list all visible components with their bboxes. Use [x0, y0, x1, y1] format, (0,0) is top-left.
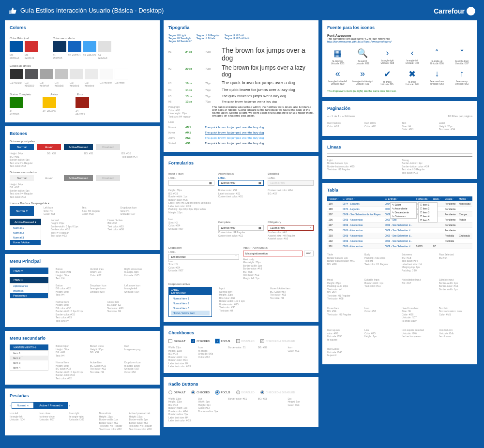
fa-angle-right-icon: › [377, 48, 398, 58]
thumbs-up-icon [9, 7, 17, 15]
radio-disabled: DISABLED [236, 390, 255, 394]
menu-submenu[interactable]: AplicacionesInformesParámetros [10, 283, 48, 299]
radio-card: Radio Buttons DEFAULT CHECKED FOCUS DISA… [164, 377, 318, 427]
fa-angle-left-icon: ‹ [402, 48, 423, 58]
calendar-icon: ▦ [258, 181, 261, 184]
dropdown[interactable]: 1234567890˅ [168, 254, 239, 260]
radio-both: CHECKED & DISABLED [260, 390, 295, 394]
line-strong [327, 156, 472, 157]
table-items[interactable]: ☐ Item 1☐ Item 2☐ Item 3☐ Item 4☐ Item 5 [418, 202, 438, 223]
pagination[interactable]: « ‹ 1 de 1 › » 24 items10 Files por pági… [327, 115, 472, 118]
dropdown-active[interactable]: LABEL1234567890 Normal item 1Normal item… [168, 287, 212, 317]
fa-angle-double-left-icon: « [327, 69, 348, 79]
input-complete[interactable]: 1234567890▦ [218, 225, 264, 231]
tabs-card: Pestañas ‹ Normal ×Active / Pressed × › … [5, 388, 160, 435]
combo-normal[interactable]: Normal ▾ [10, 206, 34, 216]
link-active[interactable]: The quick brown fox jumped over the lazy… [205, 136, 264, 139]
tab-active[interactable]: Active / Pressed × [34, 402, 68, 409]
menu2-items[interactable]: Item 1 ˅Item 2 ˅Item 3 Item 4 [10, 350, 48, 371]
chk-both: ✓CHECKED & DISABLED [260, 339, 295, 343]
forms-card: Formularios Input + iconLABEL▦ Active/fo… [164, 156, 318, 322]
fa-angle-double-right-icon: » [352, 69, 373, 79]
fa-search-icon: 🔍 [352, 48, 373, 59]
line-light [327, 153, 472, 154]
input-icon[interactable]: ▦ [168, 180, 214, 186]
menu2-card: Menu secundario MANTENIMIENTO ⚙ Item 1 ˅… [5, 331, 160, 385]
menu-card: Menu Principal ITEM ▾ ITEM ▾ Aplicacione… [5, 254, 160, 328]
btn-hover[interactable]: Hover [37, 144, 61, 150]
menu2-btn[interactable]: MANTENIMIENTO ⚙ [10, 344, 48, 350]
botones-card: Botones Botones principales Normal Hover… [5, 126, 160, 250]
chk-disabled: DISABLED [236, 339, 255, 343]
fa-link[interactable]: http://fortawesome.github.io/Font-Awesom… [327, 40, 392, 43]
fa-angle-down-icon: ˅ [452, 48, 472, 59]
link-normal[interactable]: The quick brown fox jumped over the lazy… [205, 126, 264, 129]
table-submenu[interactable]: ✎ Editar✎ Ascendente✎ Descendente✎ Colum… [390, 202, 417, 219]
tabla-card: Tabla Petición ˅C. Origen ˅C. Entrega ˅F… [322, 183, 477, 364]
tab-normal[interactable]: Normal × [12, 402, 34, 409]
alert-badge: Alert [304, 251, 314, 256]
fa-times-icon: ✖ [402, 69, 423, 79]
lineas-card: Líneas Light Border-bottom: 1px Border-b… [322, 140, 477, 179]
brand-logo: Carrefour [434, 7, 475, 15]
calendar-icon: ▦ [209, 181, 212, 184]
pag-card: Paginación « ‹ 1 de 1 › » 24 items10 Fil… [322, 101, 477, 136]
combo-active[interactable]: Active/Pressed ▾ [10, 219, 41, 225]
iconos-card: Fuente para los iconos Font Awesome The … [322, 20, 477, 97]
menu-item-active[interactable]: ITEM ▾ [10, 277, 48, 283]
carrefour-icon [467, 7, 475, 15]
btn-normal[interactable]: Normal [10, 144, 34, 150]
colores-card: Colores Color Principal M1: #0054a6M2: #… [5, 20, 160, 122]
menu-item[interactable]: ITEM ▾ [10, 268, 48, 274]
combo-dropdown[interactable]: Normal 1Normal 2Normal 3Hover / Active [10, 225, 41, 245]
link-hover[interactable]: The quick brown fox jumped over the lazy… [205, 131, 264, 134]
fa-arrow-up-icon: ↑ [452, 69, 472, 79]
fa-check-icon: ✔ [377, 69, 398, 79]
btn-sec-disabled: Disabled [96, 175, 120, 181]
card-title: Colores [10, 25, 155, 30]
radio-default[interactable]: DEFAULT [168, 390, 185, 394]
input-disabled: 1234567890 [268, 180, 314, 186]
page-header: Guía Estilos Interacción Usuario (Básica… [5, 5, 479, 20]
input-focus[interactable]: 1234567890▦ [218, 180, 264, 186]
fa-angle-up-icon: ˄ [426, 48, 447, 59]
btn-sec-active[interactable]: Active/Pressed [64, 175, 93, 181]
fa-calendar-icon: ▦ [327, 48, 348, 59]
chevron-down-icon: ˅ [235, 255, 237, 258]
btn-sec-normal[interactable]: Normal [10, 175, 34, 181]
page-title: Guía Estilos Interacción Usuario (Básica… [9, 7, 164, 15]
typo-card: Tipografía Segoe UI LightSegoe UI Semili… [164, 20, 318, 152]
chk-focus[interactable]: ✓FOCUS [215, 339, 230, 343]
btn-sec-hover[interactable]: Hover [37, 175, 61, 181]
btn-active[interactable]: Active/Pressed [64, 144, 93, 150]
fa-arrow-down-icon: ↓ [426, 69, 447, 79]
chk-default[interactable]: DEFAULT [168, 339, 185, 343]
chk-checked[interactable]: ✓CHECKED [191, 339, 210, 343]
radio-checked[interactable]: CHECKED [191, 390, 210, 394]
input-obligatory[interactable]: 1234567890* [268, 225, 314, 231]
link-visited[interactable]: The quick brown fox jumped over the lazy… [205, 142, 264, 145]
btn-disabled: Disabled [96, 144, 120, 150]
radio-focus[interactable]: FOCUS [215, 390, 230, 394]
checkbox-card: Checkboxes DEFAULT ✓CHECKED ✓FOCUS DISAB… [164, 326, 318, 373]
input-alert[interactable]: Missinginformation [243, 251, 302, 256]
